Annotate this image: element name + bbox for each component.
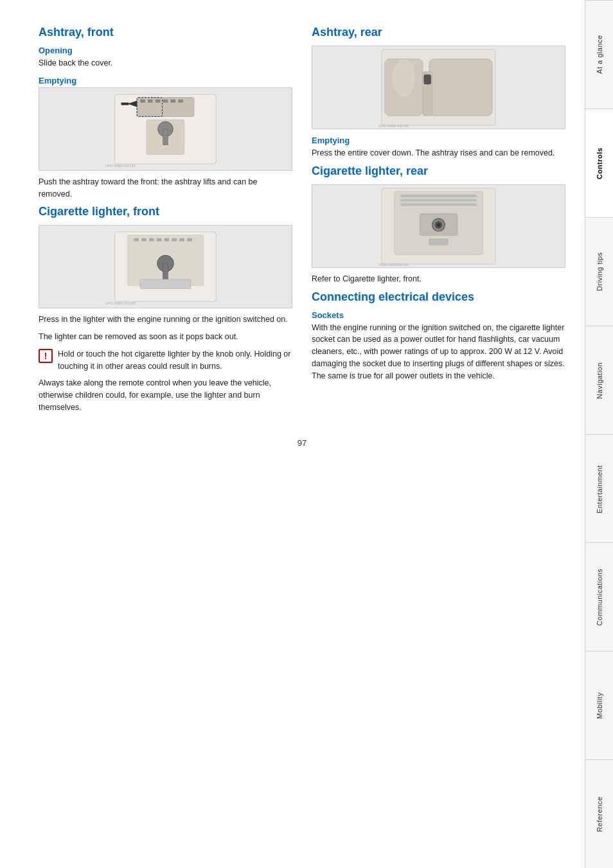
svg-rect-8 — [163, 99, 168, 102]
ashtray-rear-image: UPC-0965-01U36 — [312, 46, 565, 129]
ashtray-front-image: UPC-0965-01U35 — [39, 87, 292, 171]
warning-icon: ! — [39, 349, 53, 363]
svg-rect-27 — [140, 279, 191, 289]
svg-rect-9 — [170, 99, 175, 102]
svg-rect-24 — [187, 238, 192, 242]
svg-text:VWE-0W0025-VA: VWE-0W0025-VA — [378, 263, 409, 267]
svg-rect-7 — [155, 99, 161, 102]
cig-lighter-rear-image: VWE-0W0025-VA — [312, 184, 565, 268]
svg-point-44 — [437, 223, 441, 227]
svg-rect-38 — [400, 195, 476, 197]
sidebar-tab-navigation[interactable]: Navigation — [585, 326, 613, 434]
emptying-subtitle: Emptying — [39, 76, 292, 85]
cig-lighter-front-title: Cigarette lighter, front — [39, 205, 292, 218]
warning-text: Hold or touch the hot cigarette lighter … — [58, 348, 292, 373]
connecting-title: Connecting electrical devices — [312, 290, 565, 304]
svg-rect-21 — [164, 238, 170, 242]
warning-box: ! Hold or touch the hot cigarette lighte… — [39, 348, 292, 373]
svg-text:UPC-0965-01U35: UPC-0965-01U35 — [105, 164, 136, 168]
svg-rect-19 — [149, 238, 154, 242]
sidebar-tab-at-a-glance[interactable]: At a glance — [585, 0, 613, 109]
svg-rect-3 — [163, 129, 168, 145]
emptying-text: Push the ashtray toward the front: the a… — [39, 176, 292, 200]
opening-text: Slide back the cover. — [39, 57, 292, 69]
svg-rect-20 — [157, 238, 162, 242]
ashtray-rear-title: Ashtray, rear — [312, 26, 565, 39]
cig-rear-ref: Refer to Cigarette lighter, front. — [312, 273, 565, 285]
svg-point-34 — [393, 59, 415, 97]
cig-front-text2: The lighter can be removed as soon as it… — [39, 331, 292, 343]
sidebar-tab-entertainment[interactable]: Entertainment — [585, 434, 613, 543]
svg-rect-22 — [172, 238, 177, 242]
sidebar-tab-driving-tips[interactable]: Driving tips — [585, 217, 613, 326]
svg-rect-23 — [179, 238, 184, 242]
sidebar-tab-controls[interactable]: Controls — [585, 109, 613, 217]
svg-rect-39 — [400, 199, 476, 201]
svg-rect-26 — [163, 263, 168, 281]
svg-rect-12 — [121, 102, 129, 105]
sockets-text: With the engine running or the ignition … — [312, 322, 565, 382]
rear-emptying-subtitle: Emptying — [312, 136, 565, 145]
svg-text:UPC-0965-01U36: UPC-0965-01U36 — [378, 124, 409, 128]
page-number: 97 — [39, 438, 565, 448]
cig-front-text1: Press in the lighter with the engine run… — [39, 314, 292, 326]
svg-text:UPC-0965-01U35: UPC-0965-01U35 — [105, 301, 136, 305]
ashtray-front-title: Ashtray, front — [39, 26, 292, 39]
sidebar-tab-mobility[interactable]: Mobility — [585, 651, 613, 759]
right-column: Ashtray, rear UPC-0965-01U36 — [312, 26, 565, 419]
svg-rect-6 — [148, 99, 153, 102]
svg-rect-40 — [400, 203, 476, 206]
svg-rect-17 — [134, 238, 139, 242]
svg-rect-10 — [178, 99, 183, 102]
svg-rect-45 — [429, 238, 449, 245]
sockets-subtitle: Sockets — [312, 310, 565, 320]
cig-lighter-front-image: UPC-0965-01U35 — [39, 225, 292, 308]
cig-lighter-rear-title: Cigarette lighter, rear — [312, 164, 565, 178]
svg-rect-31 — [429, 59, 492, 116]
svg-rect-33 — [424, 75, 431, 84]
sidebar: At a glance Controls Driving tips Naviga… — [585, 0, 613, 868]
sidebar-tab-communications[interactable]: Communications — [585, 542, 613, 651]
opening-subtitle: Opening — [39, 46, 292, 55]
svg-rect-5 — [140, 99, 145, 102]
left-column: Ashtray, front Opening Slide back the co… — [39, 26, 292, 419]
rear-emptying-text: Press the entire cover down. The ashtray… — [312, 147, 565, 159]
sidebar-tab-reference[interactable]: Reference — [585, 759, 613, 868]
warning-text2: Always take along the remote control whe… — [39, 377, 292, 413]
svg-rect-18 — [141, 238, 147, 242]
